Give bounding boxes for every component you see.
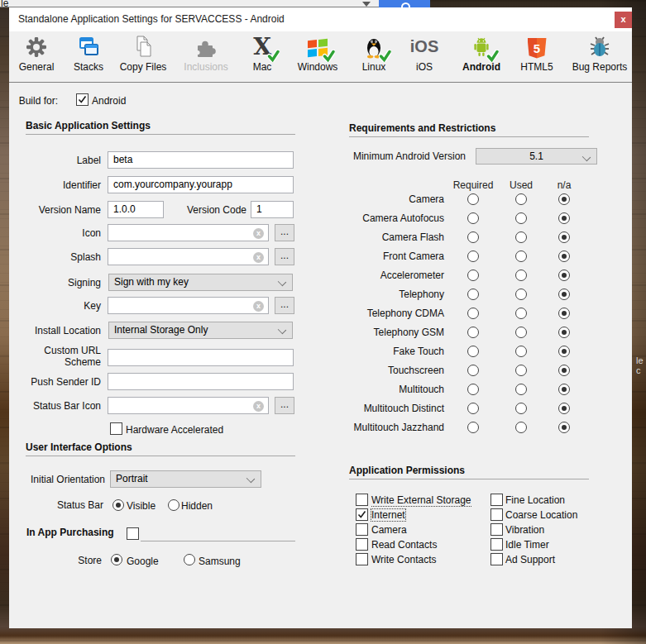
requirement-label: Multitouch — [9, 380, 444, 399]
requirement-label: Accelerometer — [9, 266, 444, 285]
radio-used[interactable] — [515, 270, 527, 281]
toolbar-label: Android — [462, 61, 500, 73]
radio-used[interactable] — [515, 327, 527, 338]
close-button[interactable]: x — [615, 12, 632, 28]
radio-na[interactable] — [558, 384, 570, 395]
radio-na[interactable] — [558, 250, 570, 262]
radio-used[interactable] — [515, 403, 527, 414]
requirement-row: Fake Touch — [9, 342, 632, 361]
radio-required[interactable] — [467, 422, 479, 433]
permissions-heading: Application Permissions — [349, 465, 589, 479]
radio-na[interactable] — [558, 422, 570, 433]
min-android-version-dropdown[interactable]: 5.1 — [476, 148, 597, 165]
toolbar-label: HTML5 — [520, 61, 553, 73]
requirement-label: Telephony GSM — [9, 323, 444, 342]
radio-na[interactable] — [558, 289, 570, 300]
background-text: le — [1, 0, 8, 7]
dialog-title: Standalone Application Settings for SERV… — [18, 7, 285, 31]
build-for-android-checkbox[interactable] — [76, 93, 89, 106]
initial-orientation-dropdown[interactable]: Portrait — [110, 470, 261, 488]
ios-icon: iOS — [410, 33, 438, 60]
radio-used[interactable] — [515, 250, 527, 262]
radio-required[interactable] — [467, 231, 479, 243]
permission-label: Read Contacts — [371, 537, 437, 552]
requirement-label: Telephony — [9, 285, 444, 304]
permission-label: Idle Timer — [505, 537, 549, 552]
toolbar-item-ios[interactable]: iOS iOS — [392, 33, 457, 73]
radio-used[interactable] — [515, 193, 527, 205]
requirement-row: Touchscreen — [9, 361, 632, 380]
toolbar-item-inclusions[interactable]: Inclusions — [174, 33, 238, 73]
radio-na[interactable] — [558, 193, 570, 205]
radio-required[interactable] — [467, 308, 479, 319]
radio-required[interactable] — [467, 193, 479, 205]
coarse-location-checkbox[interactable] — [490, 508, 503, 521]
toolbar-label: Bug Reports — [572, 61, 628, 73]
permission-label: Vibration — [505, 522, 544, 537]
radio-required[interactable] — [467, 384, 479, 395]
min-android-version-label: Minimum Android Version — [292, 150, 466, 162]
radio-required[interactable] — [467, 365, 479, 376]
radio-used[interactable] — [515, 289, 527, 300]
toolbar-label: General — [19, 61, 55, 73]
requirement-label: Camera — [9, 190, 444, 209]
puzzle-icon — [192, 33, 220, 60]
radio-used[interactable] — [515, 212, 527, 224]
radio-na[interactable] — [558, 346, 570, 357]
bug-icon — [586, 33, 614, 60]
requirement-row: Telephony CDMA — [9, 304, 632, 323]
radio-na[interactable] — [558, 403, 570, 414]
radio-na[interactable] — [558, 231, 570, 243]
toolbar-label: iOS — [416, 61, 433, 73]
radio-required[interactable] — [467, 212, 479, 224]
requirement-label: Touchscreen — [9, 361, 444, 380]
write-contacts-checkbox[interactable] — [356, 553, 368, 565]
radio-required[interactable] — [467, 250, 479, 262]
label-field-label: Label — [9, 155, 101, 166]
radio-required[interactable] — [467, 327, 479, 338]
idle-timer-checkbox[interactable] — [490, 538, 503, 551]
radio-used[interactable] — [515, 365, 527, 376]
radio-used[interactable] — [515, 308, 527, 319]
radio-used[interactable] — [515, 346, 527, 357]
radio-used[interactable] — [515, 231, 527, 243]
radio-used[interactable] — [515, 384, 527, 395]
requirement-row: Accelerometer — [9, 266, 632, 285]
title-bar: Standalone Application Settings for SERV… — [9, 7, 632, 31]
toolbar-label: Mac — [253, 61, 272, 73]
fine-location-checkbox[interactable] — [490, 494, 503, 506]
radio-na[interactable] — [558, 212, 570, 224]
radio-na[interactable] — [558, 327, 570, 338]
requirement-label: Multitouch Jazzhand — [9, 418, 444, 437]
radio-na[interactable] — [558, 365, 570, 376]
radio-required[interactable] — [467, 289, 479, 300]
read-contacts-checkbox[interactable] — [356, 538, 368, 551]
radio-required[interactable] — [467, 346, 479, 357]
internet-checkbox[interactable] — [356, 508, 368, 521]
radio-required[interactable] — [467, 403, 479, 414]
requirement-label: Fake Touch — [9, 342, 444, 361]
permission-row: Camera Vibration — [9, 522, 632, 537]
column-header-na: n/a — [539, 179, 589, 191]
requirement-row: Front Camera — [9, 247, 632, 266]
radio-required[interactable] — [467, 270, 479, 281]
toolbar-item-copy-files[interactable]: Copy Files — [111, 33, 175, 73]
ad-support-checkbox[interactable] — [490, 553, 503, 565]
background-edge-text: le c — [636, 355, 646, 375]
mac-icon: X — [248, 33, 276, 60]
toolbar-item-bug-reports[interactable]: Bug Reports — [567, 33, 632, 73]
requirement-row: Multitouch Jazzhand — [9, 418, 632, 437]
permission-row: Write Contacts Ad Support — [9, 552, 632, 567]
identifier-field-label: Identifier — [9, 179, 101, 191]
toolbar-label: Linux — [362, 61, 386, 73]
label-input[interactable]: beta — [108, 151, 294, 169]
radio-na[interactable] — [558, 270, 570, 281]
radio-used[interactable] — [515, 422, 527, 433]
radio-na[interactable] — [558, 308, 570, 319]
toolbar-item-html5[interactable]: 5 HTML5 — [505, 33, 569, 73]
permissions-list: Write External Storage Fine Location Int… — [9, 493, 632, 567]
toolbar-item-windows[interactable]: Windows — [285, 33, 350, 73]
vibration-checkbox[interactable] — [490, 523, 503, 536]
write-external-storage-checkbox[interactable] — [356, 494, 368, 506]
camera-checkbox[interactable] — [356, 523, 368, 536]
